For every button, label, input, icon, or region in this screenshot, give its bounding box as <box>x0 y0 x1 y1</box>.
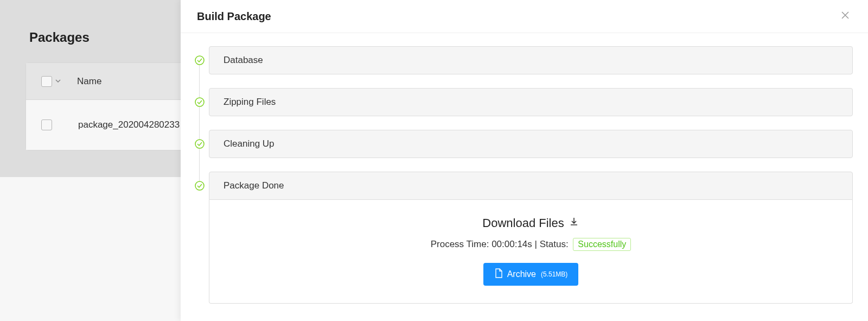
svg-point-2 <box>195 140 204 148</box>
step-zipping: Zipping Files <box>195 88 853 116</box>
check-circle-icon <box>195 181 205 191</box>
svg-point-0 <box>195 56 204 65</box>
archive-size: (5.51MB) <box>541 270 567 278</box>
step-label: Cleaning Up <box>224 139 275 149</box>
build-steps: Database Zipping Files Cleaning Up <box>195 46 853 304</box>
process-time-label: Process Time: <box>431 239 489 249</box>
check-circle-icon <box>195 55 205 65</box>
status-separator: | <box>535 239 540 249</box>
process-time-value: 00:00:14s <box>492 239 532 249</box>
file-icon <box>494 268 503 280</box>
step-panel[interactable]: Cleaning Up <box>209 130 853 158</box>
step-cleaning: Cleaning Up <box>195 130 853 158</box>
check-circle-icon <box>195 97 205 107</box>
svg-point-3 <box>195 181 204 190</box>
check-circle-icon <box>195 139 205 149</box>
download-title-text: Download Files <box>482 216 564 230</box>
archive-label: Archive <box>507 269 536 279</box>
download-title: Download Files <box>482 216 579 230</box>
step-panel[interactable]: Package Done <box>209 172 853 200</box>
step-panel[interactable]: Zipping Files <box>209 88 853 116</box>
drawer-body: Database Zipping Files Cleaning Up <box>181 33 868 321</box>
svg-point-1 <box>195 98 204 106</box>
download-icon <box>569 216 579 230</box>
download-status-line: Process Time: 00:00:14s | Status: Succes… <box>220 238 841 251</box>
step-label: Zipping Files <box>224 97 276 108</box>
download-section: Download Files Process Time: 00:00:14s |… <box>209 200 853 304</box>
step-label: Package Done <box>224 180 284 191</box>
step-done: Package Done <box>195 172 853 200</box>
step-database: Database <box>195 46 853 74</box>
drawer-header: Build Package <box>181 0 868 33</box>
close-icon <box>841 11 850 20</box>
step-label: Database <box>224 55 263 66</box>
status-badge: Successfully <box>573 238 631 251</box>
archive-button[interactable]: Archive(5.51MB) <box>483 263 579 286</box>
status-label: Status: <box>540 239 569 249</box>
drawer-title: Build Package <box>197 10 271 23</box>
step-panel[interactable]: Database <box>209 46 853 74</box>
close-button[interactable] <box>839 9 852 24</box>
build-package-drawer: Build Package Database Zi <box>181 0 868 321</box>
